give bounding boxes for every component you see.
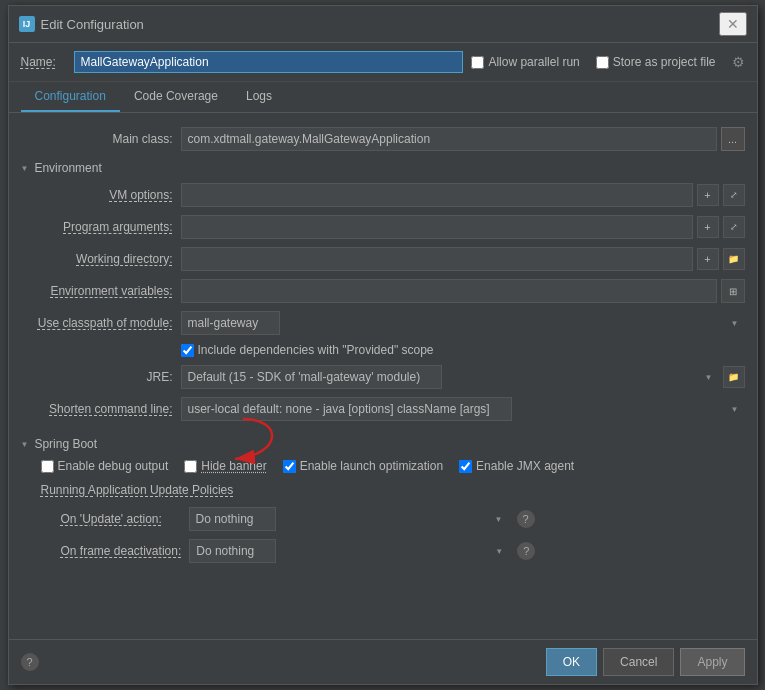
name-input[interactable] xyxy=(74,51,464,73)
on-update-help-icon[interactable]: ? xyxy=(517,510,535,528)
working-dir-label: Working directory: xyxy=(21,252,181,266)
dialog-help-btn[interactable]: ? xyxy=(21,653,39,671)
edit-configuration-dialog: IJ Edit Configuration ✕ Name: Allow para… xyxy=(8,5,758,685)
shorten-field: user-local default: none - java [options… xyxy=(181,397,745,421)
env-vars-row: Environment variables: ⊞ xyxy=(21,275,745,307)
springboot-section-header[interactable]: ▼ Spring Boot xyxy=(21,431,745,455)
jre-select-wrapper: Default (15 - SDK of 'mall-gateway' modu… xyxy=(181,365,719,389)
name-label: Name: xyxy=(21,55,66,69)
args-expand-btn[interactable]: ⤢ xyxy=(723,216,745,238)
enable-debug-checkbox[interactable] xyxy=(41,460,54,473)
enable-jmx-option[interactable]: Enable JMX agent xyxy=(459,459,574,473)
store-as-project-label: Store as project file xyxy=(613,55,716,69)
env-vars-label: Environment variables: xyxy=(21,284,181,298)
allow-parallel-option[interactable]: Allow parallel run xyxy=(471,55,579,69)
main-class-browse-btn[interactable]: ... xyxy=(721,127,745,151)
classpath-label: Use classpath of module: xyxy=(21,316,181,330)
app-icon: IJ xyxy=(19,16,35,32)
on-update-select[interactable]: Do nothing xyxy=(189,507,276,531)
jre-select[interactable]: Default (15 - SDK of 'mall-gateway' modu… xyxy=(181,365,442,389)
allow-parallel-label: Allow parallel run xyxy=(488,55,579,69)
include-deps-row: Include dependencies with "Provided" sco… xyxy=(21,339,745,361)
on-frame-select[interactable]: Do nothing xyxy=(189,539,276,563)
dir-add-btn[interactable]: + xyxy=(697,248,719,270)
program-args-field: + ⤢ xyxy=(181,215,745,239)
classpath-select[interactable]: mall-gateway xyxy=(181,311,280,335)
env-vars-input[interactable] xyxy=(181,279,717,303)
content-area: Main class: ... ▼ Environment VM options… xyxy=(9,113,757,639)
tabs-bar: Configuration Code Coverage Logs xyxy=(9,82,757,113)
environment-section-header[interactable]: ▼ Environment xyxy=(21,155,745,179)
bottom-left: ? xyxy=(21,653,39,671)
dialog-title: Edit Configuration xyxy=(41,17,144,32)
env-vars-page-btn[interactable]: ⊞ xyxy=(721,279,745,303)
on-update-select-wrapper: Do nothing xyxy=(189,507,509,531)
bottom-bar: ? OK Cancel Apply xyxy=(9,639,757,684)
tab-code-coverage[interactable]: Code Coverage xyxy=(120,82,232,112)
vm-options-row: VM options: + ⤢ xyxy=(21,179,745,211)
args-add-btn[interactable]: + xyxy=(697,216,719,238)
apply-button[interactable]: Apply xyxy=(680,648,744,676)
classpath-field: mall-gateway xyxy=(181,311,745,335)
on-frame-row: On frame deactivation: Do nothing ? xyxy=(21,535,745,567)
allow-parallel-checkbox[interactable] xyxy=(471,56,484,69)
gear-icon[interactable]: ⚙ xyxy=(732,54,745,70)
hide-banner-label: Hide banner xyxy=(201,459,266,473)
enable-jmx-label: Enable JMX agent xyxy=(476,459,574,473)
enable-launch-option[interactable]: Enable launch optimization xyxy=(283,459,443,473)
vm-add-btn[interactable]: + xyxy=(697,184,719,206)
include-deps-label: Include dependencies with "Provided" sco… xyxy=(198,343,434,357)
environment-label: Environment xyxy=(34,161,101,175)
store-as-project-option[interactable]: Store as project file xyxy=(596,55,716,69)
cancel-button[interactable]: Cancel xyxy=(603,648,674,676)
on-update-row: On 'Update' action: Do nothing ? xyxy=(21,503,745,535)
on-frame-label: On frame deactivation: xyxy=(61,544,182,558)
shorten-select-wrapper: user-local default: none - java [options… xyxy=(181,397,745,421)
enable-debug-option[interactable]: Enable debug output xyxy=(41,459,169,473)
springboot-label: Spring Boot xyxy=(34,437,97,451)
jre-field: Default (15 - SDK of 'mall-gateway' modu… xyxy=(181,365,745,389)
title-bar-left: IJ Edit Configuration xyxy=(19,16,144,32)
vm-options-label: VM options: xyxy=(21,188,181,202)
tab-configuration[interactable]: Configuration xyxy=(21,82,120,112)
dir-browse-btn[interactable]: 📁 xyxy=(723,248,745,270)
working-dir-field: + 📁 xyxy=(181,247,745,271)
vm-expand-btn[interactable]: ⤢ xyxy=(723,184,745,206)
on-frame-select-wrapper: Do nothing xyxy=(189,539,509,563)
close-button[interactable]: ✕ xyxy=(719,12,747,36)
enable-launch-container: Enable launch optimization xyxy=(283,459,443,473)
jre-label: JRE: xyxy=(21,370,181,384)
classpath-row: Use classpath of module: mall-gateway xyxy=(21,307,745,339)
main-class-row: Main class: ... xyxy=(21,123,745,155)
classpath-select-wrapper: mall-gateway xyxy=(181,311,745,335)
policies-header-text: Running Application Update Policies xyxy=(41,483,234,497)
enable-jmx-checkbox[interactable] xyxy=(459,460,472,473)
springboot-options-row: Enable debug output Hide banner xyxy=(21,455,745,477)
enable-launch-checkbox[interactable] xyxy=(283,460,296,473)
program-args-input[interactable] xyxy=(181,215,693,239)
program-args-row: Program arguments: + ⤢ xyxy=(21,211,745,243)
jre-browse-btn[interactable]: 📁 xyxy=(723,366,745,388)
main-class-label: Main class: xyxy=(21,132,181,146)
on-update-label: On 'Update' action: xyxy=(61,512,181,526)
include-deps-option[interactable]: Include dependencies with "Provided" sco… xyxy=(181,343,434,357)
working-dir-row: Working directory: + 📁 xyxy=(21,243,745,275)
store-as-project-checkbox[interactable] xyxy=(596,56,609,69)
shorten-select[interactable]: user-local default: none - java [options… xyxy=(181,397,512,421)
hide-banner-option[interactable]: Hide banner xyxy=(184,459,266,473)
main-class-input[interactable] xyxy=(181,127,717,151)
env-collapse-icon: ▼ xyxy=(21,164,29,173)
springboot-collapse-icon: ▼ xyxy=(21,440,29,449)
hide-banner-checkbox[interactable] xyxy=(184,460,197,473)
bottom-right: OK Cancel Apply xyxy=(546,648,745,676)
policies-header: Running Application Update Policies xyxy=(21,477,745,503)
enable-debug-label: Enable debug output xyxy=(58,459,169,473)
include-deps-checkbox[interactable] xyxy=(181,344,194,357)
tab-logs[interactable]: Logs xyxy=(232,82,286,112)
on-frame-help-icon[interactable]: ? xyxy=(517,542,535,560)
vm-options-input[interactable] xyxy=(181,183,693,207)
working-dir-input[interactable] xyxy=(181,247,693,271)
env-vars-field: ⊞ xyxy=(181,279,745,303)
ok-button[interactable]: OK xyxy=(546,648,597,676)
app-icon-text: IJ xyxy=(23,19,31,29)
